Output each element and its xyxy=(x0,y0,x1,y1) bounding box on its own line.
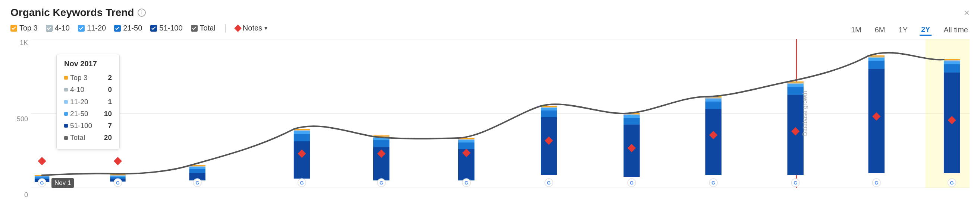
svg-rect-33 xyxy=(458,139,474,140)
svg-rect-31 xyxy=(458,142,474,149)
tooltip-row-11-20: 11-20 1 xyxy=(64,96,112,108)
chart-inner: G G G G G G G G xyxy=(31,39,970,188)
tooltip-color-21-50 xyxy=(64,112,68,116)
svg-rect-55 xyxy=(869,69,885,173)
tooltip-color-51-100 xyxy=(64,124,68,128)
svg-rect-12 xyxy=(110,176,125,177)
svg-rect-17 xyxy=(189,167,205,169)
tooltip-row-top3: Top 3 2 xyxy=(64,72,112,84)
svg-rect-51 xyxy=(787,87,803,95)
svg-rect-36 xyxy=(541,111,557,117)
svg-rect-42 xyxy=(624,115,640,118)
chart-area: 1K 500 0 xyxy=(10,39,970,199)
time-btn-1y[interactable]: 1Y xyxy=(897,25,909,35)
svg-text:G: G xyxy=(875,180,878,186)
svg-text:G: G xyxy=(40,180,44,186)
legend-21-50[interactable]: 21-50 xyxy=(114,24,142,32)
svg-rect-43 xyxy=(624,114,640,115)
time-btn-alltime[interactable]: All time xyxy=(942,25,970,35)
svg-rect-21 xyxy=(294,134,310,141)
tooltip-color-total xyxy=(64,136,68,140)
svg-text:Database growth: Database growth xyxy=(802,91,808,136)
svg-rect-23 xyxy=(294,130,310,131)
svg-text:G: G xyxy=(950,180,954,186)
svg-rect-45 xyxy=(705,109,721,175)
svg-rect-16 xyxy=(189,169,205,173)
svg-text:G: G xyxy=(300,180,304,186)
svg-text:G: G xyxy=(116,180,120,186)
svg-text:G: G xyxy=(465,180,468,186)
svg-rect-8 xyxy=(35,176,49,176)
svg-rect-7 xyxy=(35,176,49,177)
notes-label: Notes xyxy=(243,24,262,32)
tooltip-row-4-10: 4-10 0 xyxy=(64,84,112,96)
svg-text:G: G xyxy=(196,180,199,186)
chart-title: Organic Keywords Trend xyxy=(10,7,134,19)
tooltip-title: Nov 2017 xyxy=(64,60,112,68)
tooltip-color-top3 xyxy=(64,76,68,80)
svg-rect-18 xyxy=(189,166,205,167)
y-label-500: 500 xyxy=(17,115,28,123)
svg-rect-58 xyxy=(869,57,885,58)
close-button[interactable]: × xyxy=(964,8,970,17)
svg-rect-37 xyxy=(541,108,557,111)
svg-rect-47 xyxy=(705,99,721,101)
notes-diamond-icon xyxy=(234,25,242,32)
svg-rect-38 xyxy=(541,107,557,108)
header-row: Organic Keywords Trend i × xyxy=(10,7,970,19)
svg-rect-64 xyxy=(944,59,960,60)
svg-rect-13 xyxy=(110,175,125,176)
info-icon[interactable]: i xyxy=(138,9,146,17)
svg-rect-63 xyxy=(944,60,960,62)
svg-rect-41 xyxy=(624,118,640,125)
svg-rect-56 xyxy=(869,61,885,69)
tooltip-row-51-100: 51-100 7 xyxy=(64,120,112,132)
time-btn-1m[interactable]: 1M xyxy=(850,25,863,35)
time-btn-2y[interactable]: 2Y xyxy=(920,25,932,36)
chart-container: Organic Keywords Trend i × Top 3 4-10 xyxy=(0,0,980,218)
y-label-0: 0 xyxy=(24,191,28,199)
tooltip-row-total: Total 20 xyxy=(64,132,112,144)
tooltip: Nov 2017 Top 3 2 4-10 0 xyxy=(56,54,120,150)
svg-rect-61 xyxy=(944,64,960,73)
tooltip-color-4-10 xyxy=(64,88,68,92)
svg-text:G: G xyxy=(547,180,551,186)
svg-rect-52 xyxy=(787,84,803,87)
svg-text:G: G xyxy=(630,180,633,186)
svg-rect-48 xyxy=(705,98,721,99)
notes-button[interactable]: Notes ▾ xyxy=(235,24,267,32)
svg-rect-26 xyxy=(373,140,389,147)
time-range-row: 1M 6M 1Y 2Y All time xyxy=(850,25,970,36)
title-area: Organic Keywords Trend i xyxy=(10,7,146,19)
svg-text:G: G xyxy=(380,180,383,186)
svg-text:G: G xyxy=(711,180,715,186)
legend-4-10[interactable]: 4-10 xyxy=(46,24,70,32)
time-btn-6m[interactable]: 6M xyxy=(873,25,887,35)
svg-rect-22 xyxy=(294,131,310,134)
legend-11-20[interactable]: 11-20 xyxy=(78,24,106,32)
svg-rect-57 xyxy=(869,58,885,61)
legend-top3[interactable]: Top 3 xyxy=(10,24,38,32)
svg-rect-46 xyxy=(705,101,721,109)
svg-rect-14 xyxy=(110,174,125,175)
svg-rect-89 xyxy=(38,157,46,166)
legend-51-100[interactable]: 51-100 xyxy=(150,24,182,32)
svg-rect-90 xyxy=(114,157,122,166)
y-label-1k: 1K xyxy=(20,39,28,47)
legend-row: Top 3 4-10 11-20 21-50 xyxy=(10,24,267,32)
tooltip-color-11-20 xyxy=(64,100,68,104)
tooltip-row-21-50: 21-50 10 xyxy=(64,108,112,120)
svg-rect-53 xyxy=(787,82,803,84)
legend-separator xyxy=(225,24,226,32)
svg-rect-62 xyxy=(944,62,960,64)
svg-text:G: G xyxy=(794,180,797,186)
legend-total[interactable]: Total xyxy=(191,24,216,32)
svg-rect-20 xyxy=(294,141,310,179)
svg-rect-32 xyxy=(458,140,474,142)
notes-chevron-icon: ▾ xyxy=(264,25,267,32)
svg-rect-35 xyxy=(541,117,557,175)
y-axis: 1K 500 0 xyxy=(10,39,31,199)
nov-bottom-label: Nov 1 xyxy=(51,178,74,188)
